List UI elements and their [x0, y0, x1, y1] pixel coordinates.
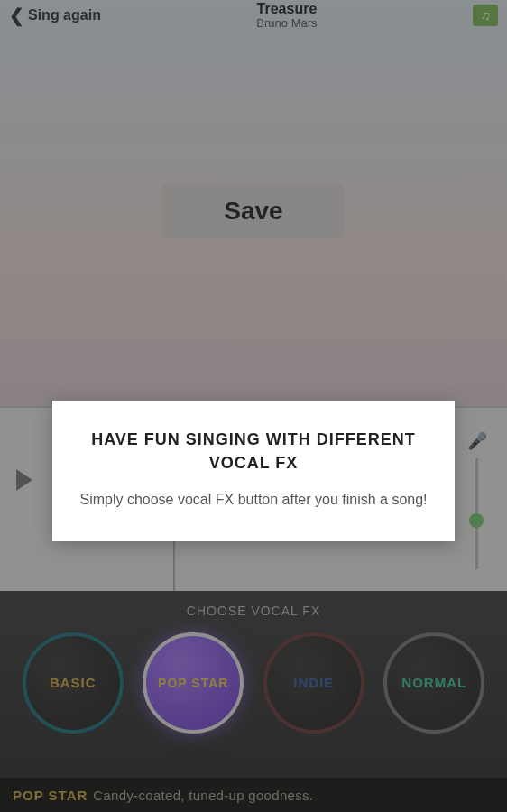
slider-thumb[interactable] — [469, 513, 484, 528]
back-button[interactable]: ❮ Sing again — [9, 5, 101, 26]
footer-fx-name: POP STAR — [13, 788, 88, 803]
modal-body: Simply choose vocal FX button after you … — [79, 489, 428, 511]
play-icon[interactable] — [16, 469, 32, 491]
title-block: Treasure Bruno Mars — [256, 1, 317, 30]
music-icon[interactable]: ♫ — [473, 5, 498, 26]
vocal-fx-panel: CHOOSE VOCAL FX BASIC POP STAR INDIE NOR… — [0, 591, 507, 778]
artist-name: Bruno Mars — [256, 17, 317, 30]
fx-popstar-button[interactable]: POP STAR — [143, 632, 244, 734]
top-bar: ❮ Sing again Treasure Bruno Mars ♫ — [0, 0, 507, 31]
save-button[interactable]: Save — [162, 184, 344, 238]
modal-title: HAVE FUN SINGING WITH DIFFERENT VOCAL FX — [79, 428, 428, 475]
footer-bar: POP STAR Candy-coated, tuned-up goodness… — [0, 778, 507, 812]
slider-track[interactable] — [475, 458, 478, 569]
back-label: Sing again — [28, 7, 101, 23]
app-screen: ❮ Sing again Treasure Bruno Mars ♫ Save … — [0, 0, 507, 812]
mic-volume-slider[interactable]: 🎤 — [466, 431, 487, 575]
fx-indie-button[interactable]: INDIE — [263, 632, 364, 734]
chevron-left-icon: ❮ — [9, 5, 24, 26]
fx-row: BASIC POP STAR INDIE NORMAL — [0, 632, 507, 734]
song-title: Treasure — [256, 1, 317, 17]
mic-icon: 🎤 — [467, 431, 485, 453]
footer-fx-desc: Candy-coated, tuned-up goodness. — [93, 788, 313, 803]
fx-basic-button[interactable]: BASIC — [23, 632, 124, 734]
fx-normal-button[interactable]: NORMAL — [383, 632, 484, 734]
fx-header: CHOOSE VOCAL FX — [0, 591, 507, 627]
info-modal[interactable]: HAVE FUN SINGING WITH DIFFERENT VOCAL FX… — [52, 401, 455, 541]
